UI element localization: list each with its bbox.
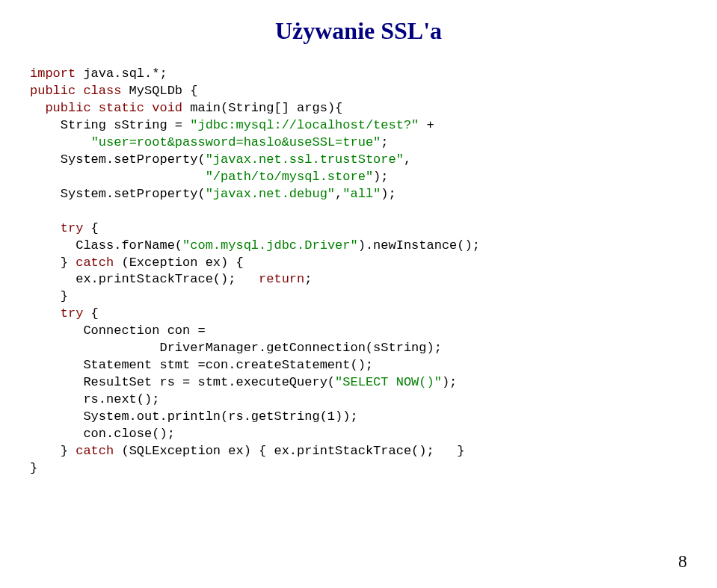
page-title: Używanie SSL'a <box>30 15 687 47</box>
string-literal: "com.mysql.jdbc.Driver" <box>182 238 358 253</box>
keyword: try <box>30 221 83 235</box>
string-literal: "SELECT NOW()" <box>335 375 442 389</box>
code-text <box>30 135 91 149</box>
string-literal: "user=root&password=haslo&useSSL=true" <box>91 135 381 149</box>
keyword: catch <box>76 444 114 458</box>
code-text: } <box>30 256 76 270</box>
code-text: ex.printStackTrace(); <box>30 272 259 286</box>
string-literal: "jdbc:mysql://localhost/test?" <box>190 118 419 132</box>
code-text: , <box>404 152 411 167</box>
code-text: DriverManager.getConnection(sString); <box>30 341 442 355</box>
keyword: import <box>30 66 76 81</box>
code-text: , <box>335 187 342 201</box>
code-text: } <box>30 444 76 458</box>
code-text: ); <box>381 187 396 201</box>
string-literal: "all" <box>342 187 381 201</box>
code-text: ); <box>373 170 388 184</box>
code-text <box>30 170 206 184</box>
code-text: Connection con = <box>30 324 206 338</box>
code-text: ; <box>381 135 388 149</box>
code-text: (SQLException ex) { ex.printStackTrace()… <box>114 444 464 458</box>
keyword: catch <box>76 256 114 270</box>
code-text: System.out.println(rs.getString(1)); <box>30 409 358 424</box>
string-literal: "javax.net.ssl.trustStore" <box>206 152 404 167</box>
code-text: Class.forName( <box>30 238 182 253</box>
code-text: rs.next(); <box>30 392 159 406</box>
code-text: java.sql.*; <box>76 66 167 81</box>
code-text: Statement stmt =con.createStatement(); <box>30 358 373 372</box>
code-text: String sString = <box>30 118 190 132</box>
code-text: { <box>83 221 98 235</box>
code-text: MySQLDb { <box>121 84 197 98</box>
keyword: try <box>30 306 83 321</box>
code-text: } <box>30 289 68 303</box>
code-text: ).newInstance(); <box>358 238 480 253</box>
code-text: + <box>419 118 434 132</box>
code-text: main(String[] args){ <box>182 101 342 115</box>
keyword: return <box>259 272 304 286</box>
code-text: con.close(); <box>30 427 175 441</box>
code-text: ResultSet rs = stmt.executeQuery( <box>30 375 335 389</box>
code-text: } <box>30 461 37 475</box>
keyword: public static void <box>30 101 182 115</box>
string-literal: "javax.net.debug" <box>206 187 335 201</box>
code-text: (Exception ex) { <box>114 256 243 270</box>
keyword: public class <box>30 84 121 98</box>
code-text: System.setProperty( <box>30 187 206 201</box>
page-number: 8 <box>678 549 687 573</box>
code-text: ; <box>304 272 312 286</box>
code-text: ); <box>442 375 457 389</box>
code-text: System.setProperty( <box>30 152 206 167</box>
string-literal: "/path/to/mysql.store" <box>206 170 373 184</box>
code-block: import java.sql.*; public class MySQLDb … <box>30 66 687 477</box>
code-text: { <box>83 306 98 321</box>
